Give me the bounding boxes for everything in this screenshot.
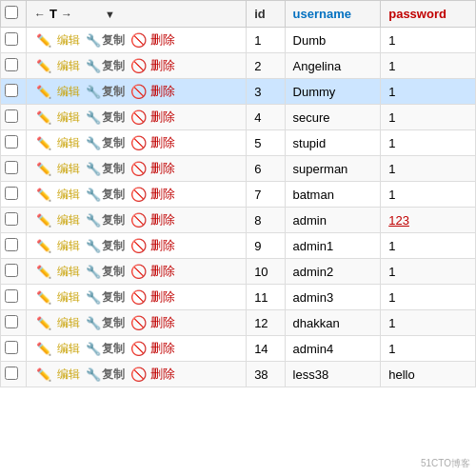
delete-button[interactable]: 删除	[150, 186, 175, 203]
copy-button[interactable]: 🔧 复制	[84, 58, 127, 74]
edit-label-button[interactable]: 编辑	[55, 315, 82, 331]
edit-label-button[interactable]: 编辑	[55, 135, 82, 151]
row-checkbox[interactable]	[5, 32, 18, 46]
edit-button[interactable]: ✏️	[34, 162, 53, 176]
copy-button[interactable]: 🔧 复制	[84, 264, 127, 280]
no-entry-icon[interactable]: 🚫	[129, 212, 149, 228]
no-entry-icon[interactable]: 🚫	[129, 187, 149, 202]
edit-button[interactable]: ✏️	[34, 290, 53, 305]
edit-button[interactable]: ✏️	[34, 33, 53, 48]
copy-button[interactable]: 🔧 复制	[84, 212, 127, 228]
edit-label-button[interactable]: 编辑	[55, 84, 82, 100]
no-entry-icon[interactable]: 🚫	[129, 84, 149, 99]
copy-button[interactable]: 🔧 复制	[84, 367, 127, 383]
id-header[interactable]: id	[247, 1, 285, 28]
row-checkbox[interactable]	[5, 84, 18, 97]
no-entry-icon[interactable]: 🚫	[129, 58, 149, 73]
edit-label-button[interactable]: 编辑	[55, 341, 82, 357]
row-checkbox[interactable]	[5, 238, 18, 251]
copy-button[interactable]: 🔧 复制	[84, 315, 127, 331]
copy-button[interactable]: 🔧 复制	[84, 161, 127, 177]
table-row: ✏️ 编辑 🔧 复制 🚫 删除 3Dummy1	[1, 79, 476, 105]
copy-button[interactable]: 🔧 复制	[84, 135, 127, 151]
row-checkbox[interactable]	[5, 161, 18, 174]
sort-dropdown-icon[interactable]: ▼	[105, 9, 115, 20]
edit-button[interactable]: ✏️	[34, 59, 53, 73]
edit-button[interactable]: ✏️	[34, 136, 53, 150]
edit-label-button[interactable]: 编辑	[55, 289, 82, 306]
copy-button[interactable]: 🔧 复制	[84, 187, 127, 203]
table-row: ✏️ 编辑 🔧 复制 🚫 删除 5stupid1	[1, 130, 476, 156]
no-entry-icon[interactable]: 🚫	[129, 264, 149, 279]
edit-label-button[interactable]: 编辑	[55, 161, 82, 177]
copy-button[interactable]: 🔧 复制	[84, 289, 127, 306]
edit-button[interactable]: ✏️	[34, 110, 53, 125]
actions-header[interactable]: ← T → ▼	[27, 1, 247, 28]
edit-button[interactable]: ✏️	[34, 239, 53, 253]
edit-button[interactable]: ✏️	[34, 85, 53, 99]
no-entry-icon[interactable]: 🚫	[129, 315, 149, 330]
no-entry-icon[interactable]: 🚫	[129, 161, 149, 176]
edit-button[interactable]: ✏️	[34, 188, 53, 202]
edit-label-button[interactable]: 编辑	[55, 367, 82, 383]
no-entry-icon[interactable]: 🚫	[129, 238, 149, 253]
no-entry-icon[interactable]: 🚫	[129, 135, 149, 150]
edit-button[interactable]: ✏️	[34, 213, 53, 228]
edit-button[interactable]: ✏️	[34, 265, 53, 279]
edit-label-button[interactable]: 编辑	[55, 109, 82, 126]
row-checkbox[interactable]	[5, 212, 18, 226]
edit-label-button[interactable]: 编辑	[55, 58, 82, 74]
delete-button[interactable]: 删除	[150, 31, 175, 49]
delete-button[interactable]: 删除	[150, 160, 175, 177]
delete-button[interactable]: 删除	[150, 211, 175, 228]
table-container[interactable]: ← T → ▼ id username password	[0, 0, 476, 476]
delete-button[interactable]: 删除	[150, 237, 175, 254]
username-cell: batman	[285, 182, 381, 208]
edit-label-button[interactable]: 编辑	[55, 32, 82, 49]
row-checkbox-cell	[1, 79, 27, 105]
delete-button[interactable]: 删除	[150, 83, 175, 100]
no-entry-icon[interactable]: 🚫	[129, 367, 149, 382]
actions-cell: ✏️ 编辑 🔧 复制 🚫 删除	[27, 156, 247, 182]
username-header[interactable]: username	[285, 1, 381, 28]
row-checkbox[interactable]	[5, 367, 18, 380]
no-entry-icon[interactable]: 🚫	[129, 289, 149, 305]
edit-label-button[interactable]: 编辑	[55, 212, 82, 228]
id-cell: 1	[247, 28, 285, 53]
copy-button[interactable]: 🔧 复制	[84, 109, 127, 126]
row-checkbox[interactable]	[5, 58, 18, 71]
id-cell: 10	[247, 259, 285, 285]
row-checkbox[interactable]	[5, 341, 18, 354]
row-checkbox[interactable]	[5, 187, 18, 200]
edit-button[interactable]: ✏️	[34, 342, 53, 356]
row-checkbox[interactable]	[5, 289, 18, 303]
delete-button[interactable]: 删除	[150, 340, 175, 357]
copy-button[interactable]: 🔧 复制	[84, 341, 127, 357]
delete-button[interactable]: 删除	[150, 109, 175, 126]
delete-button[interactable]: 删除	[150, 57, 175, 74]
edit-button[interactable]: ✏️	[34, 367, 53, 382]
row-checkbox[interactable]	[5, 264, 18, 277]
username-cell: admin	[285, 208, 381, 233]
edit-label-button[interactable]: 编辑	[55, 187, 82, 203]
edit-label-button[interactable]: 编辑	[55, 238, 82, 254]
password-header[interactable]: password	[381, 1, 476, 28]
delete-button[interactable]: 删除	[150, 134, 175, 151]
copy-button[interactable]: 🔧 复制	[84, 238, 127, 254]
delete-button[interactable]: 删除	[150, 366, 175, 383]
delete-button[interactable]: 删除	[150, 314, 175, 331]
edit-button[interactable]: ✏️	[34, 316, 53, 330]
row-checkbox[interactable]	[5, 315, 18, 328]
row-checkbox[interactable]	[5, 135, 18, 149]
no-entry-icon[interactable]: 🚫	[129, 109, 149, 125]
no-entry-icon[interactable]: 🚫	[129, 32, 149, 48]
copy-button[interactable]: 🔧 复制	[84, 32, 127, 49]
delete-button[interactable]: 删除	[150, 263, 175, 280]
copy-button[interactable]: 🔧 复制	[84, 84, 127, 100]
delete-button[interactable]: 删除	[150, 288, 175, 306]
select-all-checkbox[interactable]	[5, 6, 18, 19]
no-entry-icon[interactable]: 🚫	[129, 341, 149, 356]
id-cell: 6	[247, 156, 285, 182]
row-checkbox[interactable]	[5, 109, 18, 123]
edit-label-button[interactable]: 编辑	[55, 264, 82, 280]
